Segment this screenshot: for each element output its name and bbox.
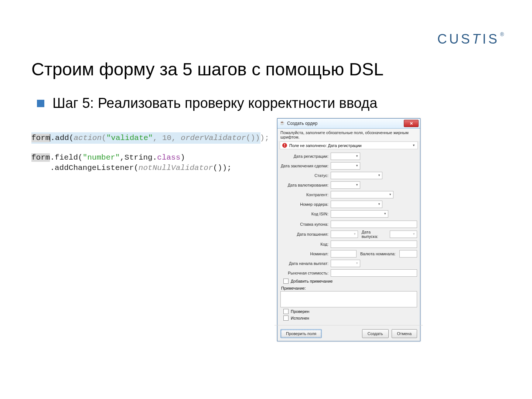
add-note-checkbox[interactable] [283, 279, 289, 284]
status-select[interactable] [331, 172, 382, 179]
pay-start-input[interactable] [331, 260, 360, 267]
error-icon: ! [282, 143, 287, 148]
coupon-input[interactable] [331, 221, 417, 228]
label-pay-start: Дата начала выплат: [280, 261, 331, 266]
nominal-ccy-input[interactable] [399, 250, 417, 258]
label-status: Статус: [280, 173, 331, 178]
label-issue: Дата выпуска: [360, 230, 388, 239]
validate-button[interactable]: Проверить поля [280, 329, 322, 338]
error-banner[interactable]: ! Поле не заполнено: Дата регистрации ▼ [280, 141, 418, 149]
label-deal-date: Дата заключения сделки: [280, 164, 331, 168]
bullet-text: Шаг 5: Реализовать проверку корректности… [52, 95, 377, 111]
add-note-checkbox-row[interactable]: Добавить примечание [283, 279, 417, 284]
create-order-dialog: Создать ордер ✕ Пожалуйста, заполните об… [277, 118, 420, 341]
code-input[interactable] [331, 241, 417, 248]
label-nominal: Номинал: [280, 252, 331, 256]
market-val-input[interactable] [331, 269, 417, 277]
label-counterparty: Контрагент: [280, 192, 331, 197]
chevron-down-icon[interactable]: ▼ [412, 144, 415, 147]
create-button[interactable]: Создать [362, 329, 389, 338]
brand-logo: CUSTIS® [437, 31, 506, 47]
order-no-input[interactable] [331, 201, 382, 208]
label-isin: Код ISIN: [280, 212, 331, 216]
label-nominal-ccy: Валюта номинала: [359, 252, 397, 256]
bullet-item: Шаг 5: Реализовать проверку корректности… [37, 95, 377, 111]
deal-date-input[interactable] [331, 162, 360, 170]
label-order-no: Номер ордера: [280, 202, 331, 207]
dialog-title: Создать ордер [287, 121, 404, 126]
counterparty-select[interactable] [331, 191, 393, 198]
label-coupon: Ставка купона: [280, 222, 331, 226]
checked-checkbox[interactable] [283, 309, 289, 314]
instruction-text: Пожалуйста, заполните обязательные поля,… [277, 129, 420, 141]
note-label: Примечание: [280, 284, 417, 291]
error-text: Поле не заполнено: Дата регистрации [289, 143, 412, 148]
java-icon [280, 121, 285, 126]
label-reg-date: Дата регистрации: [280, 154, 331, 158]
executed-label: Исполнен [291, 316, 309, 320]
nominal-input[interactable] [331, 250, 357, 258]
checked-checkbox-row[interactable]: Проверен [283, 309, 417, 314]
label-value-date: Дата валютирования: [280, 183, 331, 187]
executed-checkbox-row[interactable]: Исполнен [283, 316, 417, 321]
code-line-3: .addChangeListener(notNullValidator()); [31, 163, 260, 173]
label-market-val: Рыночная стоимость: [280, 271, 331, 275]
reg-date-input[interactable] [331, 153, 360, 160]
code-line-2: form.field("number",String.class) [31, 153, 260, 163]
label-maturity: Дата погашения: [280, 232, 331, 236]
isin-input[interactable] [331, 210, 388, 218]
slide-title: Строим форму за 5 шагов с помощью DSL [31, 59, 383, 79]
code-line-1: form.add(action("validate", 10, orderVal… [31, 132, 260, 144]
add-note-label: Добавить примечание [291, 279, 332, 283]
executed-checkbox[interactable] [283, 316, 289, 321]
issue-date-input[interactable] [390, 231, 417, 238]
dialog-titlebar[interactable]: Создать ордер ✕ [277, 119, 420, 129]
value-date-input[interactable] [331, 181, 360, 189]
cancel-button[interactable]: Отмена [392, 329, 417, 338]
close-button[interactable]: ✕ [404, 120, 419, 127]
code-snippet: form.add(action("validate", 10, orderVal… [31, 132, 260, 173]
maturity-date-input[interactable] [331, 231, 358, 238]
checked-label: Проверен [291, 309, 309, 314]
button-separator [274, 325, 423, 325]
note-textarea[interactable] [280, 291, 417, 307]
bullet-icon [37, 100, 44, 107]
label-code: Код: [280, 242, 331, 246]
